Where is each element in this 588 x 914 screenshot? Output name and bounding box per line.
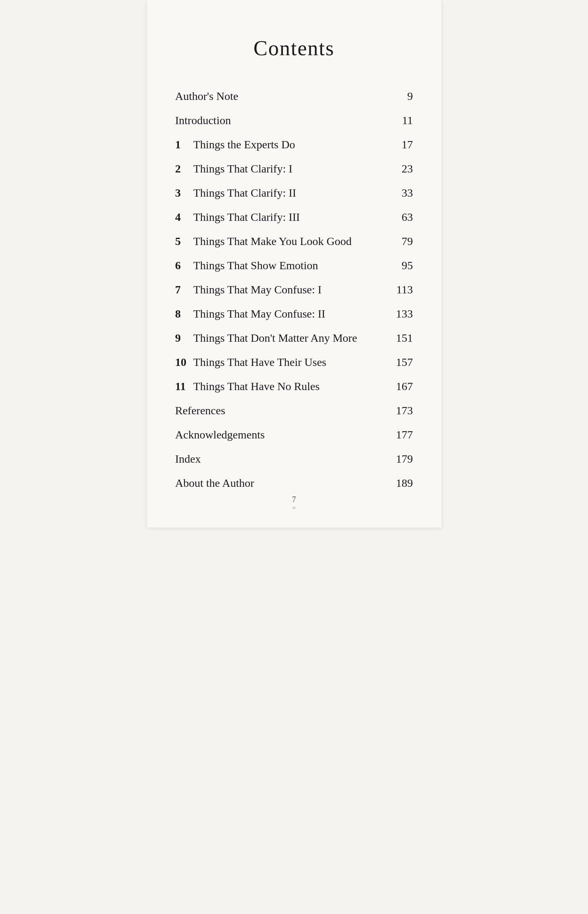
page-footer: 7 ≈: [147, 495, 441, 511]
toc-row: Author's Note9: [175, 84, 413, 108]
toc-chapter-number: 9: [175, 332, 193, 345]
toc-page-number: 189: [396, 477, 413, 490]
toc-chapter-title: Things That Clarify: II: [193, 187, 296, 199]
toc-left: 11Things That Have No Rules: [175, 380, 388, 393]
toc-row: 6Things That Show Emotion95: [175, 253, 413, 278]
toc-chapter-number: 4: [175, 211, 193, 224]
toc-row: 5Things That Make You Look Good79: [175, 229, 413, 253]
toc-left: 4Things That Clarify: III: [175, 211, 394, 224]
toc-row: Acknowledgements177: [175, 423, 413, 447]
toc-chapter-title: Things That May Confuse: I: [193, 283, 322, 296]
toc-chapter-number: 10: [175, 356, 193, 369]
toc-page-number: 33: [402, 187, 413, 199]
toc-left: 5Things That Make You Look Good: [175, 235, 394, 248]
toc-chapter-title: Things That Clarify: III: [193, 211, 300, 224]
toc-chapter-title: Things That Make You Look Good: [193, 235, 352, 248]
toc-row: 9Things That Don't Matter Any More151: [175, 326, 413, 350]
toc-left: About the Author: [175, 477, 388, 490]
toc-left: 3Things That Clarify: II: [175, 187, 394, 199]
toc-page-number: 95: [402, 259, 413, 272]
toc-chapter-title: Things That May Confuse: II: [193, 307, 326, 320]
toc-chapter-title: Introduction: [175, 114, 231, 127]
toc-row: 2Things That Clarify: I23: [175, 157, 413, 181]
page-squiggle: ≈: [147, 505, 441, 511]
page-title: Contents: [175, 36, 413, 60]
toc-chapter-title: Things the Experts Do: [193, 138, 295, 151]
toc-page-number: 133: [396, 307, 413, 320]
toc-row: About the Author189: [175, 471, 413, 495]
toc-row: References173: [175, 399, 413, 423]
toc-page-number: 79: [402, 235, 413, 248]
toc-row: Index179: [175, 447, 413, 471]
toc-row: Introduction11: [175, 108, 413, 133]
toc-page-number: 151: [396, 332, 413, 345]
page-number: 7: [147, 495, 441, 504]
toc-chapter-title: Things That Have No Rules: [193, 380, 320, 393]
toc-page-number: 11: [402, 114, 413, 127]
toc-chapter-number: 1: [175, 138, 193, 151]
toc-chapter-number: 6: [175, 259, 193, 272]
toc-page-number: 17: [402, 138, 413, 151]
toc-chapter-title: Things That Don't Matter Any More: [193, 332, 357, 345]
toc-chapter-title: About the Author: [175, 477, 254, 490]
toc-page-number: 23: [402, 162, 413, 175]
toc-chapter-title: Acknowledgements: [175, 428, 265, 441]
toc-left: 9Things That Don't Matter Any More: [175, 332, 388, 345]
toc-left: 2Things That Clarify: I: [175, 162, 394, 175]
toc-row: 1Things the Experts Do17: [175, 133, 413, 157]
toc-page-number: 173: [396, 404, 413, 417]
toc-left: 7Things That May Confuse: I: [175, 283, 389, 296]
toc-chapter-number: 8: [175, 307, 193, 320]
toc-row: 4Things That Clarify: III63: [175, 205, 413, 229]
table-of-contents: Author's Note9Introduction111Things the …: [175, 84, 413, 495]
toc-left: Index: [175, 453, 388, 465]
toc-chapter-number: 3: [175, 187, 193, 199]
toc-chapter-title: Things That Have Their Uses: [193, 356, 326, 369]
toc-chapter-title: Index: [175, 453, 201, 465]
toc-row: 8Things That May Confuse: II133: [175, 302, 413, 326]
toc-left: 10Things That Have Their Uses: [175, 356, 388, 369]
toc-page-number: 63: [402, 211, 413, 224]
toc-left: Author's Note: [175, 90, 399, 103]
toc-page-number: 177: [396, 428, 413, 441]
toc-left: References: [175, 404, 388, 417]
toc-page-number: 113: [397, 283, 413, 296]
toc-page-number: 167: [396, 380, 413, 393]
toc-chapter-title: Things That Show Emotion: [193, 259, 318, 272]
toc-chapter-number: 7: [175, 283, 193, 296]
toc-page-number: 179: [396, 453, 413, 465]
toc-left: Acknowledgements: [175, 428, 388, 441]
toc-chapter-title: References: [175, 404, 225, 417]
toc-chapter-title: Author's Note: [175, 90, 239, 103]
toc-left: 8Things That May Confuse: II: [175, 307, 388, 320]
toc-row: 7Things That May Confuse: I113: [175, 278, 413, 302]
toc-row: 10Things That Have Their Uses157: [175, 350, 413, 374]
toc-row: 11Things That Have No Rules167: [175, 374, 413, 399]
toc-chapter-number: 2: [175, 162, 193, 175]
toc-chapter-title: Things That Clarify: I: [193, 162, 293, 175]
toc-chapter-number: 5: [175, 235, 193, 248]
toc-page-number: 157: [396, 356, 413, 369]
toc-chapter-number: 11: [175, 380, 193, 393]
toc-page-number: 9: [407, 90, 413, 103]
toc-left: 6Things That Show Emotion: [175, 259, 394, 272]
toc-left: Introduction: [175, 114, 394, 127]
book-page: Contents Author's Note9Introduction111Th…: [147, 0, 441, 528]
toc-row: 3Things That Clarify: II33: [175, 181, 413, 205]
toc-left: 1Things the Experts Do: [175, 138, 394, 151]
